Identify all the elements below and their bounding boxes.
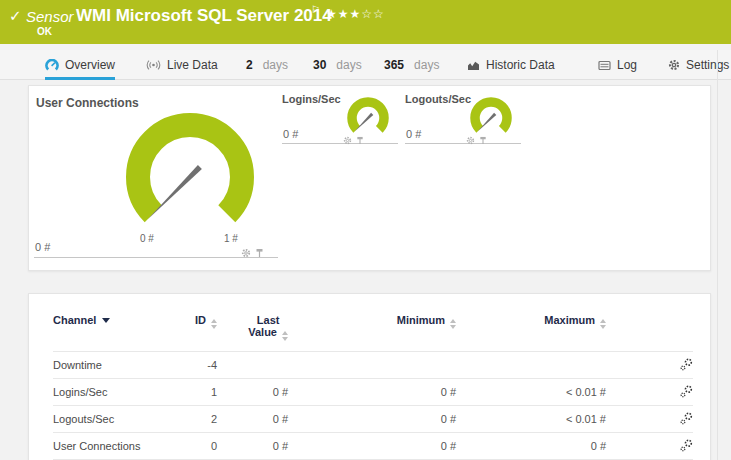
- sensor-type-label: Sensor: [26, 8, 74, 25]
- channel-last-value: 0 #: [217, 433, 288, 460]
- tab-day-unit: days: [414, 58, 439, 72]
- channel-id: 1: [163, 379, 217, 406]
- sensor-title: WMI Microsoft SQL Server 2014: [76, 6, 332, 26]
- table-header-row: Channel ID Last Value Minimum Maximum: [53, 302, 693, 352]
- gauge-needle: [148, 165, 202, 219]
- sort-icon: [600, 319, 606, 329]
- sensor-status-text: OK: [37, 26, 52, 37]
- sort-icon: [450, 319, 456, 329]
- tab-label: Log: [617, 58, 637, 72]
- gauge-scale-max: 1 #: [224, 233, 238, 244]
- status-ok-check-icon: ✓: [9, 7, 22, 25]
- gauge-current-value: 0 #: [283, 128, 298, 140]
- channel-last-value: 0 #: [217, 406, 288, 433]
- channel-last-value: 0 #: [217, 379, 288, 406]
- gauge-settings-gear-icon[interactable]: [241, 244, 251, 262]
- tab-live-data[interactable]: Live Data: [146, 50, 218, 80]
- channel-name[interactable]: Logins/Sec: [53, 379, 163, 406]
- tab-day-count: 30: [313, 58, 326, 72]
- channel-id: 0: [163, 433, 217, 460]
- channel-maximum: [456, 352, 606, 379]
- gauge-title: Logins/Sec: [282, 93, 341, 105]
- table-row-user-connections: User Connections 0 0 # 0 # 0 #: [53, 433, 693, 460]
- tab-log[interactable]: Log: [598, 50, 637, 80]
- channel-minimum: 0 #: [288, 379, 456, 406]
- tab-overview[interactable]: Overview: [45, 50, 115, 80]
- gauge-settings-gear-icon[interactable]: [343, 131, 352, 149]
- channel-minimum: [288, 352, 456, 379]
- sensor-status-bar: ✓ Sensor WMI Microsoft SQL Server 2014 ⚐…: [0, 0, 731, 44]
- gauge-title: Logouts/Sec: [405, 93, 471, 105]
- header-actions: [606, 302, 693, 352]
- flag-icon[interactable]: ⚐: [311, 4, 320, 15]
- channel-name[interactable]: User Connections: [53, 433, 163, 460]
- channel-maximum: 0 #: [456, 433, 606, 460]
- sort-icon: [282, 331, 288, 341]
- header-channel[interactable]: Channel: [53, 302, 163, 352]
- table-row-logouts-sec: Logouts/Sec 2 0 # 0 # < 0.01 #: [53, 406, 693, 433]
- tab-historic-data[interactable]: Historic Data: [467, 50, 555, 80]
- channel-minimum: 0 #: [288, 433, 456, 460]
- channels-table-panel: Channel ID Last Value Minimum Maximum: [28, 293, 711, 460]
- gauge-cell-logouts-sec: Logouts/Sec 0 #: [405, 91, 521, 144]
- tab-2-days[interactable]: 2 days: [246, 50, 288, 80]
- channel-settings-gears-icon[interactable]: [606, 433, 693, 460]
- header-id[interactable]: ID: [163, 302, 217, 352]
- priority-stars[interactable]: ★★★☆☆: [326, 7, 385, 21]
- tab-label: Settings: [686, 58, 729, 72]
- gauge-pin-icon[interactable]: [255, 244, 264, 262]
- channel-last-value: [217, 352, 288, 379]
- tab-day-count: 365: [384, 58, 404, 72]
- channel-settings-gears-icon[interactable]: [606, 379, 693, 406]
- live-broadcast-icon: [146, 59, 161, 71]
- tab-day-unit: days: [263, 58, 288, 72]
- tab-365-days[interactable]: 365 days: [384, 50, 439, 80]
- table-row-downtime: Downtime -4: [53, 352, 693, 379]
- gauge-scale-min: 0 #: [140, 233, 154, 244]
- channel-settings-gears-icon[interactable]: [606, 352, 693, 379]
- gauge-icon: [45, 59, 59, 72]
- header-last-value[interactable]: Last Value: [217, 302, 288, 352]
- channel-settings-gears-icon[interactable]: [606, 406, 693, 433]
- channel-minimum: 0 #: [288, 406, 456, 433]
- tab-settings[interactable]: Settings: [668, 50, 729, 80]
- header-maximum[interactable]: Maximum: [456, 302, 606, 352]
- gauge-current-value: 0 #: [406, 128, 421, 140]
- channel-maximum: < 0.01 #: [456, 406, 606, 433]
- active-tab-underline: [45, 77, 115, 80]
- gauge-pin-icon[interactable]: [356, 131, 364, 149]
- tab-label: Historic Data: [486, 58, 555, 72]
- gear-icon: [668, 59, 680, 71]
- content-right-divider: [717, 50, 718, 460]
- tab-day-count: 2: [246, 58, 253, 72]
- gauge-current-value: 0 #: [35, 241, 50, 253]
- sort-icon: [211, 319, 217, 329]
- gauge-cell-logins-sec: Logins/Sec 0 #: [282, 91, 398, 144]
- tab-label: Overview: [65, 58, 115, 72]
- channel-name[interactable]: Downtime: [53, 352, 163, 379]
- gauge-cell-user-connections: User Connections 0 # 1 # 0 #: [34, 91, 278, 258]
- channel-id: 2: [163, 406, 217, 433]
- table-row-logins-sec: Logins/Sec 1 0 # 0 # < 0.01 #: [53, 379, 693, 406]
- channels-table: Channel ID Last Value Minimum Maximum: [53, 302, 693, 460]
- sort-desc-icon: [102, 318, 110, 323]
- channel-maximum: < 0.01 #: [456, 379, 606, 406]
- gauge-settings-gear-icon[interactable]: [466, 131, 475, 149]
- overview-gauges-panel: User Connections 0 # 1 # 0 #: [28, 85, 711, 271]
- tab-30-days[interactable]: 30 days: [313, 50, 362, 80]
- channel-name[interactable]: Logouts/Sec: [53, 406, 163, 433]
- log-list-icon: [598, 60, 611, 71]
- area-chart-icon: [467, 60, 480, 71]
- gauge-pin-icon[interactable]: [479, 131, 487, 149]
- tab-day-unit: days: [336, 58, 361, 72]
- tab-label: Live Data: [167, 58, 218, 72]
- channel-id: -4: [163, 352, 217, 379]
- header-minimum[interactable]: Minimum: [288, 302, 456, 352]
- tab-bar: Overview Live Data 2 days 30 days 365 da…: [0, 50, 731, 80]
